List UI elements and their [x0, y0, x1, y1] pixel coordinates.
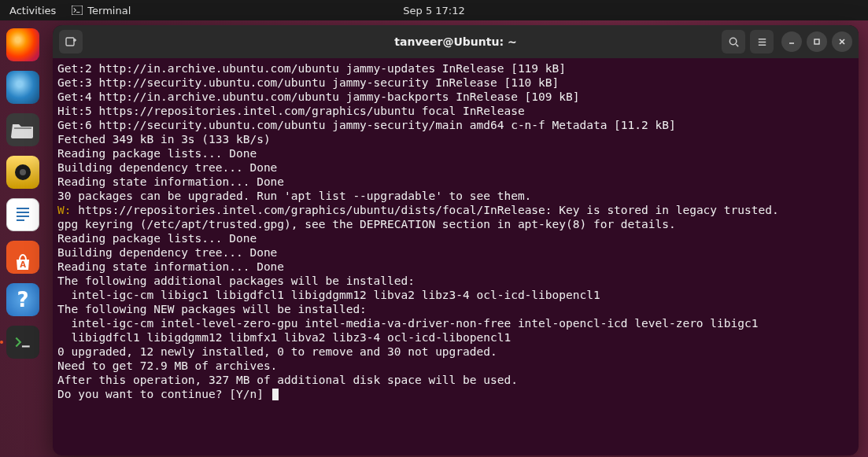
close-icon [837, 37, 847, 46]
search-icon [728, 36, 740, 48]
warning-text: https://repositories.intel.com/graphics/… [78, 204, 778, 216]
maximize-icon [812, 37, 822, 46]
clock[interactable]: Sep 5 17:12 [403, 5, 465, 17]
svg-text:A: A [20, 260, 26, 269]
svg-point-14 [729, 38, 736, 44]
maximize-button[interactable] [807, 31, 827, 52]
minimize-icon [787, 37, 796, 46]
thunderbird-icon [6, 71, 39, 104]
focused-app-indicator[interactable]: Terminal [72, 5, 131, 17]
dock-files[interactable] [5, 112, 41, 148]
dock-terminal[interactable] [5, 324, 41, 360]
dock-rhythmbox[interactable] [5, 154, 41, 190]
menu-button[interactable] [750, 30, 774, 53]
terminal-window: tanveer@Ubuntu: ~ [53, 25, 859, 455]
new-tab-icon [65, 35, 77, 48]
activities-button[interactable]: Activities [9, 5, 56, 17]
prompt-line: Do you want to continue? [Y/n] [57, 388, 271, 400]
svg-rect-0 [72, 6, 83, 15]
window-title: tanveer@Ubuntu: ~ [394, 35, 516, 48]
close-button[interactable] [832, 31, 852, 52]
dock-software[interactable]: A [5, 239, 41, 275]
desktop: A ? tanveer@Ubuntu: ~ [0, 20, 868, 457]
terminal-output[interactable]: Get:2 http://in.archive.ubuntu.com/ubunt… [53, 58, 859, 455]
help-icon: ? [6, 283, 39, 316]
svg-line-15 [736, 44, 738, 46]
dock-thunderbird[interactable] [5, 69, 41, 105]
svg-rect-2 [14, 127, 31, 129]
gnome-topbar: Activities Terminal Sep 5 17:12 [0, 0, 868, 20]
new-tab-button[interactable] [59, 30, 83, 53]
document-icon [6, 198, 39, 231]
svg-rect-11 [66, 38, 74, 46]
terminal-icon [6, 326, 39, 359]
dock-help[interactable]: ? [5, 282, 41, 318]
minimize-button[interactable] [781, 31, 802, 52]
terminal-icon [72, 6, 83, 15]
cursor [272, 389, 279, 400]
dock-writer[interactable] [5, 197, 41, 233]
files-icon [6, 113, 39, 146]
window-titlebar[interactable]: tanveer@Ubuntu: ~ [53, 25, 859, 58]
search-button[interactable] [722, 30, 745, 53]
warning-prefix: W: [57, 204, 78, 216]
svg-rect-20 [814, 39, 819, 44]
dock-firefox[interactable] [5, 27, 41, 63]
svg-point-4 [20, 169, 26, 175]
focused-app-name: Terminal [87, 5, 131, 17]
speaker-icon [6, 156, 39, 189]
shopping-bag-icon: A [6, 241, 39, 274]
hamburger-icon [756, 36, 768, 48]
dock: A ? [0, 20, 46, 457]
firefox-icon [6, 28, 39, 61]
